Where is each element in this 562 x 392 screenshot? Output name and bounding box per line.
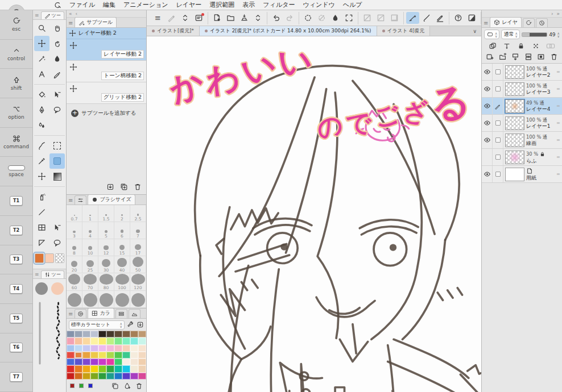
line-tool[interactable] bbox=[34, 205, 49, 220]
blend-mode-selector[interactable]: 通常 ∧∨ bbox=[501, 30, 519, 39]
brush-size-cell[interactable]: 70 bbox=[82, 274, 98, 291]
palette-swatch[interactable] bbox=[67, 365, 75, 372]
menu-item[interactable]: 選択範囲 bbox=[209, 1, 234, 9]
brush-size-cell[interactable]: 15 bbox=[114, 239, 130, 256]
palette-swatch[interactable] bbox=[75, 358, 82, 365]
menu-item[interactable]: レイヤー bbox=[176, 1, 202, 9]
palette-swatch[interactable] bbox=[122, 352, 130, 358]
palette-swatch[interactable] bbox=[122, 358, 130, 365]
panel-menu-icon[interactable]: ≡ bbox=[68, 197, 73, 205]
snap-pen-icon[interactable] bbox=[406, 12, 419, 24]
move-tool[interactable] bbox=[34, 169, 49, 184]
tab-layer-property[interactable] bbox=[523, 18, 535, 27]
palette-swatch[interactable] bbox=[75, 337, 82, 344]
palette-swatch[interactable] bbox=[67, 373, 75, 380]
shortcut-key-shift[interactable]: shift bbox=[0, 69, 32, 98]
figure-select-tool[interactable] bbox=[49, 102, 65, 118]
transfer-to-below-icon[interactable] bbox=[511, 53, 519, 61]
brush-size-cell[interactable]: 25 bbox=[82, 256, 98, 273]
menu-item[interactable]: ファイル bbox=[69, 1, 95, 9]
shortcut-key-esc[interactable]: esc bbox=[0, 10, 32, 40]
brush-size-cell[interactable]: 2 bbox=[114, 205, 130, 222]
palette-swatch[interactable] bbox=[106, 337, 114, 344]
new-raster-layer-icon[interactable] bbox=[486, 53, 494, 61]
brush-size-cell[interactable] bbox=[98, 291, 114, 308]
tab-layer-search[interactable] bbox=[536, 18, 548, 27]
layer-visibility-toggle[interactable] bbox=[482, 81, 493, 97]
enable-mask-icon[interactable] bbox=[546, 42, 555, 50]
clip-to-layer-below-icon[interactable] bbox=[503, 42, 511, 50]
operation-tool[interactable] bbox=[49, 87, 65, 102]
tab-tools[interactable]: ツー bbox=[41, 11, 64, 19]
layer-visibility-toggle[interactable] bbox=[482, 98, 493, 114]
tab-color-wheel[interactable] bbox=[75, 309, 86, 318]
palette-swatch[interactable] bbox=[75, 365, 82, 372]
palette-swatch[interactable] bbox=[114, 331, 122, 337]
shortcut-key-control[interactable]: control bbox=[0, 40, 32, 69]
undo-icon[interactable] bbox=[270, 12, 283, 24]
document-tab[interactable]: イラスト 2[復元]* (ポストカード 14.80 x 10.00cm 300d… bbox=[200, 26, 377, 36]
menu-item[interactable]: ヘルプ bbox=[343, 1, 362, 9]
palette-swatch[interactable] bbox=[114, 352, 122, 358]
brush-size-cell[interactable]: 80 bbox=[98, 274, 114, 291]
layer-thumbnail[interactable] bbox=[505, 168, 524, 181]
brush-size-cell[interactable]: 20 bbox=[67, 256, 82, 273]
menu-item[interactable]: 編集 bbox=[103, 1, 115, 9]
brush-size-cell[interactable]: 2.5 bbox=[130, 205, 146, 222]
palette-swatch[interactable] bbox=[75, 352, 82, 358]
layer-drag-handle[interactable]: ≡ bbox=[556, 172, 562, 177]
brush-tip-preview-2[interactable] bbox=[51, 282, 64, 295]
document-tab[interactable]: イラスト[復元]* bbox=[147, 26, 200, 36]
layer-thumbnail[interactable] bbox=[505, 116, 524, 130]
palette-swatch[interactable] bbox=[98, 358, 106, 365]
fill-tool[interactable] bbox=[34, 87, 49, 102]
layer-thumbnail[interactable] bbox=[505, 151, 524, 164]
palette-swatch[interactable] bbox=[82, 358, 90, 365]
palette-swatch[interactable] bbox=[122, 331, 130, 337]
palette-swatch[interactable] bbox=[122, 345, 130, 352]
palette-swatch[interactable] bbox=[90, 337, 98, 344]
layer-drag-handle[interactable]: ≡ bbox=[556, 103, 562, 109]
layer-visibility-toggle[interactable] bbox=[482, 115, 493, 131]
palette-swatch[interactable] bbox=[90, 352, 98, 358]
palette-swatch[interactable] bbox=[90, 358, 98, 365]
panel-menu-icon[interactable]: ≡ bbox=[34, 12, 40, 19]
layer-drag-handle[interactable]: ≡ bbox=[556, 86, 562, 91]
palette-swatch[interactable] bbox=[67, 331, 75, 337]
layer-row[interactable]: 100 % 通線画≡ bbox=[482, 132, 562, 149]
palette-swatch[interactable] bbox=[114, 358, 122, 365]
shortcut-key-t2[interactable]: T2 bbox=[0, 216, 32, 245]
shortcut-key-t4[interactable]: T4 bbox=[0, 274, 32, 304]
brush-size-cell[interactable] bbox=[67, 291, 82, 308]
shortcut-key-t1[interactable]: T1 bbox=[0, 186, 32, 216]
palette-swatch[interactable] bbox=[90, 373, 98, 380]
palette-swatch[interactable] bbox=[106, 358, 114, 365]
palm-support-icon[interactable] bbox=[452, 12, 465, 24]
palette-swatch[interactable] bbox=[106, 365, 114, 372]
blur-tool[interactable] bbox=[34, 118, 49, 133]
shortcut-key-t3[interactable]: T3 bbox=[0, 245, 32, 275]
quick-color-swatch[interactable] bbox=[88, 383, 93, 388]
prev-panel-icon[interactable]: ‹ bbox=[76, 11, 78, 16]
texture-stroke-preview[interactable] bbox=[55, 301, 61, 366]
palette-color-selector[interactable]: ∧∨ bbox=[484, 30, 499, 39]
quick-color-swatch[interactable] bbox=[70, 383, 75, 388]
clip-studio-badge-icon[interactable] bbox=[192, 12, 205, 24]
brush-size-cell[interactable]: 1 bbox=[82, 205, 98, 222]
brush-size-cell[interactable]: 30 bbox=[98, 256, 114, 273]
canvas[interactable]: かわいい のでござる bbox=[147, 36, 481, 392]
menu-item[interactable]: ウィンドウ bbox=[303, 1, 334, 9]
correct-line-tool[interactable] bbox=[49, 220, 65, 235]
add-color-icon[interactable] bbox=[111, 382, 119, 390]
palette-swatch[interactable] bbox=[90, 365, 98, 372]
brush-size-cell[interactable]: 1.5 bbox=[98, 205, 114, 222]
gradient-tool[interactable] bbox=[49, 169, 65, 184]
palette-swatch[interactable] bbox=[98, 345, 106, 352]
sub-color-swatch[interactable] bbox=[45, 253, 54, 263]
delete-subtool-icon[interactable] bbox=[134, 183, 142, 191]
tab-layer[interactable]: レイヤ bbox=[490, 17, 522, 27]
palette-swatch[interactable] bbox=[82, 331, 90, 337]
merge-to-below-icon[interactable] bbox=[524, 53, 532, 61]
layer-row[interactable]: 100 % 通レイヤー3≡ bbox=[482, 81, 562, 98]
palette-swatch[interactable] bbox=[67, 352, 75, 358]
